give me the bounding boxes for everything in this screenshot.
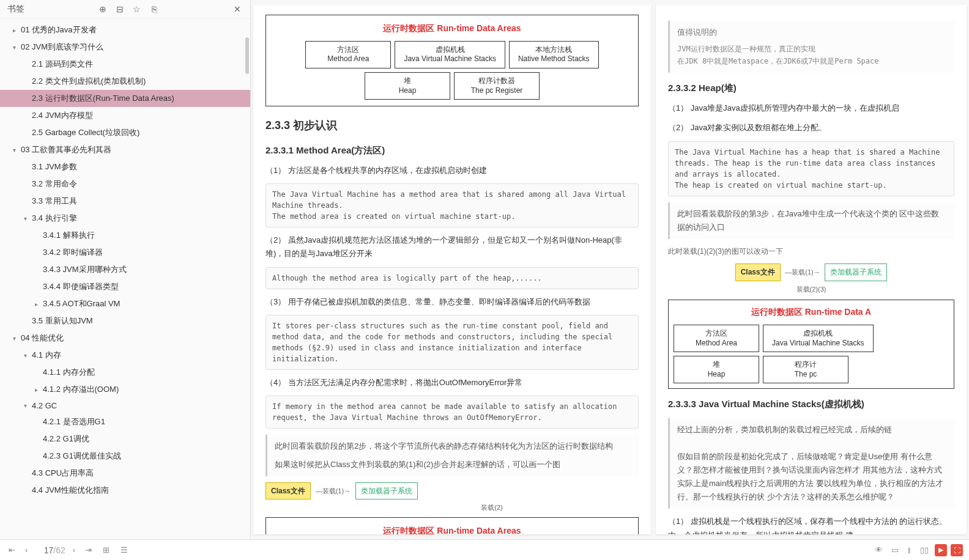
- last-page-button[interactable]: ⇥: [83, 544, 94, 556]
- note-block: 值得说明的 JVM运行时数据区是一种规范，真正的实现 在JDK 8中就是Meta…: [668, 21, 954, 73]
- toggle-icon[interactable]: ▾: [10, 44, 18, 51]
- toggle-icon[interactable]: ▾: [21, 402, 29, 409]
- bookmark-tree[interactable]: ▸01 优秀的Java开发者▾02 JVM到底该学习什么2.1 源码到类文件2.…: [0, 19, 250, 539]
- bookmark-item[interactable]: 2.4 JVM内存模型: [0, 107, 250, 124]
- toggle-icon[interactable]: ▸: [32, 386, 40, 393]
- page-indicator[interactable]: 17 /62: [35, 545, 65, 555]
- bookmark-item[interactable]: 2.5 Garbage Collect(垃圾回收): [0, 124, 250, 141]
- bookmark-item[interactable]: ▾4.2 GC: [0, 398, 250, 413]
- bookmark-item[interactable]: ▾4.1 内存: [0, 347, 250, 364]
- bookmark-item[interactable]: 3.3 常用工具: [0, 193, 250, 210]
- bookmark-item[interactable]: 4.3 CPU占用率高: [0, 465, 250, 482]
- note-title: 值得说明的: [677, 26, 947, 39]
- bookmark-item[interactable]: 3.4.1 解释执行: [0, 227, 250, 244]
- bookmark-item[interactable]: 3.5 重新认知JVM: [0, 312, 250, 330]
- toggle-icon[interactable]: ▾: [10, 335, 18, 342]
- section-heading-2331: 2.3.3.1 Method Area(方法区): [265, 142, 639, 158]
- bookmark-label: 3.4.5 AOT和Graal VM: [43, 298, 120, 309]
- bookmark-add-icon[interactable]: ☆: [132, 4, 143, 15]
- diagram-cell: 堆Heap: [674, 356, 759, 383]
- bookmark-item[interactable]: 3.4.2 即时编译器: [0, 244, 250, 261]
- prev-page-button[interactable]: ‹: [23, 544, 30, 556]
- code-block: The Java Virtual Machine has a method ar…: [265, 183, 639, 227]
- paragraph: （2） 虽然Java虚拟机规范把方法区描述为堆的一个逻辑部分，但是它却又一个别名…: [265, 234, 639, 260]
- annotation-list-icon[interactable]: ☰: [118, 544, 130, 556]
- bookmark-item[interactable]: 4.2.3 G1调优最佳实战: [0, 448, 250, 465]
- close-icon[interactable]: ✕: [232, 4, 243, 15]
- bookmark-label: 4.2.3 G1调优最佳实战: [43, 451, 121, 462]
- bookmark-label: 02 JVM到底该学习什么: [21, 42, 103, 53]
- page-right: 值得说明的 JVM运行时数据区是一种规范，真正的实现 在JDK 8中就是Meta…: [656, 5, 967, 534]
- note-line: 如果这时候把从Class文件到装载的第(1)和(2)步合并起来理解的话，可以画一…: [275, 458, 631, 471]
- bookmark-item[interactable]: ▾02 JVM到底该学习什么: [0, 39, 250, 56]
- note-block: 此时回看装载阶段的第3步，在Java堆中生成一个代表这个类的 区中这些数据的访问…: [668, 202, 954, 239]
- diagram-cell: 虚拟机栈Java Virtual Machine Stacks: [763, 325, 874, 352]
- bookmark-item[interactable]: 4.4 JVM性能优化指南: [0, 482, 250, 499]
- bookmark-item[interactable]: 3.4.4 即使编译器类型: [0, 278, 250, 295]
- runtime-diagram-mini: 运行时数据区 Run-time Data A 方法区Method Area虚拟机…: [668, 300, 954, 389]
- bookmark-item[interactable]: 4.1.1 内存分配: [0, 364, 250, 381]
- toggle-icon[interactable]: ▸: [32, 301, 40, 308]
- bookmark-label: 4.2.2 G1调优: [43, 433, 89, 444]
- toggle-icon[interactable]: ▾: [21, 215, 29, 222]
- continuous-page-icon[interactable]: ⫿: [905, 544, 914, 556]
- bookmark-item[interactable]: ▾3.4 执行引擎: [0, 210, 250, 227]
- caption: 此时装载(1)(2)(3)的图可以改动一下: [668, 245, 954, 257]
- bookmark-item[interactable]: 3.1 JVM参数: [0, 158, 250, 175]
- arrow-label: 装载(2)(3): [668, 284, 954, 295]
- paragraph: （4） 当方法区无法满足内存分配需求时，将抛出OutOfMemoryError异…: [265, 376, 639, 389]
- bookmark-label: 3.4.2 即时编译器: [43, 247, 103, 258]
- section-heading-2333: 2.3.3.3 Java Virtual Machine Stacks(虚拟机栈…: [668, 396, 954, 412]
- bookmark-item[interactable]: ▸01 优秀的Java开发者: [0, 21, 250, 39]
- bookmark-item[interactable]: 2.2 类文件到虚拟机(类加载机制): [0, 73, 250, 90]
- diagram-cell: 方法区Method Area: [305, 41, 391, 68]
- paragraph: （1） Java堆是Java虚拟机所管理内存中最大的一块，在虚拟机启: [668, 101, 954, 115]
- bookmark-label: 2.4 JVM内存模型: [32, 110, 93, 121]
- new-bookmark-icon[interactable]: ⊕: [97, 4, 108, 15]
- diagram-cell: 方法区Method Area: [674, 325, 759, 352]
- toggle-icon[interactable]: ▾: [10, 147, 18, 153]
- bookmark-label: 4.1.2 内存溢出(OOM): [43, 384, 119, 395]
- bookmark-item[interactable]: 4.2.1 是否选用G1: [0, 413, 250, 430]
- bookmark-label: 4.2.1 是否选用G1: [43, 416, 105, 427]
- first-page-button[interactable]: ⇤: [6, 544, 18, 556]
- bookmark-item[interactable]: 3.2 常用命令: [0, 175, 250, 193]
- bookmark-item[interactable]: 2.3 运行时数据区(Run-Time Data Areas): [0, 90, 250, 107]
- bookmark-item[interactable]: ▾03 工欲善其事必先利其器: [0, 141, 250, 158]
- toggle-icon[interactable]: ▸: [10, 27, 18, 34]
- bookmark-label: 3.4.3 JVM采用哪种方式: [43, 264, 127, 275]
- code-block: It stores per-class structures such as t…: [265, 315, 639, 370]
- bookmark-item[interactable]: 2.1 源码到类文件: [0, 56, 250, 73]
- single-page-icon[interactable]: ▭: [889, 544, 901, 556]
- fullscreen-icon[interactable]: ⛶: [951, 544, 963, 556]
- classloader-box: 类加载器子系统: [355, 482, 418, 499]
- bookmark-item[interactable]: ▸4.1.2 内存溢出(OOM): [0, 381, 250, 398]
- toggle-icon[interactable]: ▾: [21, 352, 29, 359]
- outline-collapse-icon[interactable]: ⊟: [114, 4, 125, 15]
- runtime-diagram-small: 运行时数据区 Run-time Data Areas 方法区Method Are…: [265, 517, 639, 534]
- bookmark-label: 4.4 JVM性能优化指南: [32, 485, 109, 496]
- bookmark-item[interactable]: 3.4.3 JVM采用哪种方式: [0, 261, 250, 278]
- eye-icon[interactable]: 👁: [872, 544, 885, 556]
- bookmark-export-icon[interactable]: ⎘: [149, 4, 160, 15]
- diagram-cell: 程序计The pc: [763, 356, 848, 383]
- diagram-title: 运行时数据区 Run-time Data Areas: [271, 524, 633, 534]
- current-page[interactable]: 17: [35, 545, 53, 555]
- paragraph: （2） Java对象实例以及数组都在堆上分配。: [668, 121, 954, 134]
- bookmark-label: 3.4.1 解释执行: [43, 230, 95, 241]
- annotation-add-icon[interactable]: ⊞: [100, 544, 112, 556]
- sidebar-header: 书签 ⊕ ⊟ ☆ ⎘ ✕: [0, 0, 250, 19]
- bookmark-item[interactable]: ▾04 性能优化: [0, 330, 250, 347]
- bookmark-label: 3.4.4 即使编译器类型: [43, 281, 119, 292]
- diagram-cell: 本地方法栈Native Method Stacks: [509, 41, 599, 68]
- facing-pages-icon[interactable]: ▯▯: [918, 544, 931, 556]
- play-icon[interactable]: ▶: [935, 544, 947, 556]
- paragraph: （1） 虚拟机栈是一个线程执行的区域，保存着一个线程中方法的 的运行状态。由一个…: [668, 515, 954, 534]
- diagram-cell: 堆Heap: [365, 72, 450, 100]
- bookmark-item[interactable]: 4.2.2 G1调优: [0, 430, 250, 448]
- scrollbar-thumb[interactable]: [245, 37, 249, 74]
- next-page-button[interactable]: ›: [70, 544, 78, 556]
- bookmark-item[interactable]: ▸3.4.5 AOT和Graal VM: [0, 295, 250, 312]
- bookmark-label: 2.5 Garbage Collect(垃圾回收): [32, 127, 139, 138]
- bookmark-label: 3.2 常用命令: [32, 179, 77, 190]
